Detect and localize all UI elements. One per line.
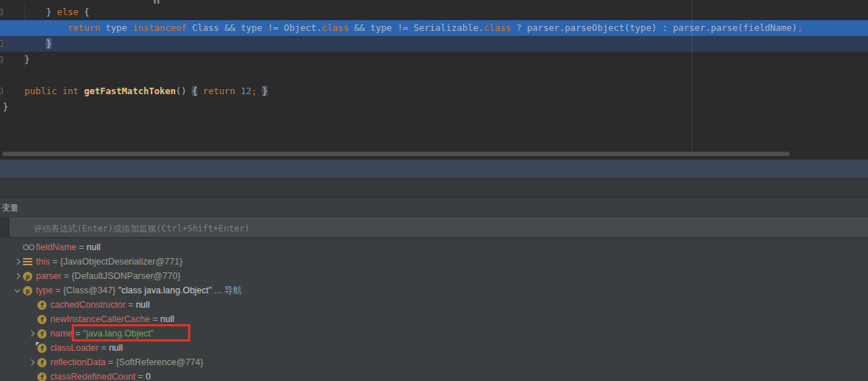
code-token: { [78, 6, 89, 17]
expand-chevron-icon[interactable] [26, 360, 37, 364]
variables-title: 变量 [1, 198, 19, 218]
navigate-link[interactable]: 导航 [224, 283, 242, 298]
code-token: } [262, 86, 268, 96]
variable-row[interactable]: fcachedConstructor = null [0, 298, 868, 312]
code-editor[interactable]: } else { return type instanceof Class &&… [0, 0, 868, 160]
code-token: ; [797, 22, 803, 33]
code-token: getFastMatchToken [84, 86, 176, 96]
variable-row[interactable]: pparser = {DefaultJSONParser@770} [0, 269, 868, 283]
code-token: int [62, 86, 79, 96]
variable-value: null [109, 341, 123, 355]
code-token: Class && type != Object. [187, 22, 322, 33]
variable-row[interactable]: fclassRedefinedCount = 0 [0, 369, 868, 381]
code-token: } [3, 6, 57, 17]
code-token: && type != Serializable. [349, 22, 484, 33]
expand-chevron-icon[interactable] [11, 290, 23, 292]
variable-value: = [108, 355, 116, 369]
expand-chevron-icon[interactable] [26, 331, 37, 336]
code-token [57, 86, 62, 96]
variable-row[interactable]: fieldName = null [0, 240, 868, 254]
variable-value: = [52, 254, 60, 269]
code-line[interactable]: } [0, 99, 868, 115]
code-line[interactable]: } [0, 36, 868, 52]
code-token: instanceof [133, 22, 187, 33]
field-icon: f [37, 300, 50, 310]
variable-value: {Class@347} [63, 283, 118, 298]
code-line[interactable]: } [0, 52, 868, 68]
parameter-icon: p [23, 286, 36, 295]
fold-marker-icon[interactable] [0, 56, 3, 63]
scrollbar-thumb[interactable] [2, 152, 790, 156]
parameter-icon: p [23, 272, 36, 281]
field-icon: f [37, 315, 50, 324]
code-token: return [202, 86, 235, 96]
variable-value: = [55, 283, 63, 298]
variable-value: = [101, 341, 109, 355]
code-token: } [3, 101, 9, 112]
variables-tree[interactable]: fieldName = nullthis = {JavaObjectDeseri… [0, 238, 868, 381]
code-token: { [192, 86, 197, 96]
fold-marker-icon[interactable] [0, 40, 3, 47]
field-icon: f [37, 372, 50, 381]
clipped-text-fragment [154, 0, 156, 4]
code-token: } [46, 38, 52, 49]
variable-value: {JavaObjectDeserializer@771} [60, 254, 182, 269]
variable-name: classLoader [50, 341, 101, 355]
variable-name: fieldName [36, 240, 79, 254]
code-token: ; [251, 86, 257, 96]
fold-marker-icon[interactable] [0, 9, 3, 15]
code-token [3, 22, 67, 33]
variable-value: {SoftReference@774} [116, 355, 203, 369]
variable-value: = [64, 269, 72, 283]
expand-chevron-icon[interactable] [11, 274, 23, 278]
variable-name: type [36, 283, 55, 298]
fold-marker-icon[interactable] [0, 88, 3, 94]
annotation-red-box [72, 324, 190, 341]
variable-row[interactable]: this = {JavaObjectDeserializer@771} [0, 254, 868, 269]
code-line[interactable]: public int getFastMatchToken() { return … [0, 83, 868, 99]
horizontal-scrollbar[interactable] [0, 150, 868, 157]
evaluate-expression-row [0, 218, 868, 238]
variable-row[interactable]: fclassLoader = null [0, 341, 868, 355]
variable-name: parser [36, 269, 64, 283]
field-icon: f [37, 329, 50, 339]
variable-value: = [79, 240, 87, 254]
code-token [3, 38, 46, 49]
variable-value: {DefaultJSONParser@770} [72, 269, 181, 283]
variable-name: classRedefinedCount [50, 369, 138, 381]
code-token [3, 86, 24, 96]
code-token: class [322, 22, 349, 33]
code-line[interactable] [0, 68, 868, 83]
code-token: class [484, 22, 511, 33]
variable-value: ... [212, 283, 224, 298]
code-line[interactable]: } else { [0, 4, 868, 20]
right-margin-ruler [691, 0, 692, 157]
field-icon: f [37, 358, 50, 367]
variable-value: null [87, 240, 101, 254]
clipped-text-fragment [157, 0, 159, 4]
expand-chevron-icon[interactable] [11, 260, 23, 264]
variable-value: = [128, 298, 136, 312]
variable-row[interactable]: freflectionData = {SoftReference@774} [0, 355, 868, 369]
panel-separator-band [0, 178, 868, 198]
variable-name: cachedConstructor [50, 298, 128, 312]
variables-panel-header: 变量 [0, 198, 868, 218]
variable-row[interactable]: ptype = {Class@347} "class java.lang.Obj… [0, 283, 868, 298]
code-token: ? parser.parseObject(type) : parser.pars… [510, 22, 797, 33]
code-token [78, 86, 84, 96]
debug-toolbar-band [0, 160, 868, 178]
code-token: () [176, 86, 192, 96]
variable-value: 0 [146, 369, 151, 381]
code-line[interactable]: return type instanceof Class && type != … [0, 20, 868, 36]
evaluate-expression-input[interactable] [9, 219, 868, 237]
variable-name: this [36, 254, 52, 269]
watch-icon [23, 244, 36, 251]
variable-value: = [138, 369, 146, 381]
field-icon: f [37, 344, 50, 353]
code-token: else [57, 6, 78, 17]
object-icon [23, 258, 36, 265]
code-token: type [100, 22, 132, 33]
code-token: 12 [241, 86, 251, 96]
variable-value: null [136, 298, 149, 312]
code-token: public [24, 86, 57, 96]
